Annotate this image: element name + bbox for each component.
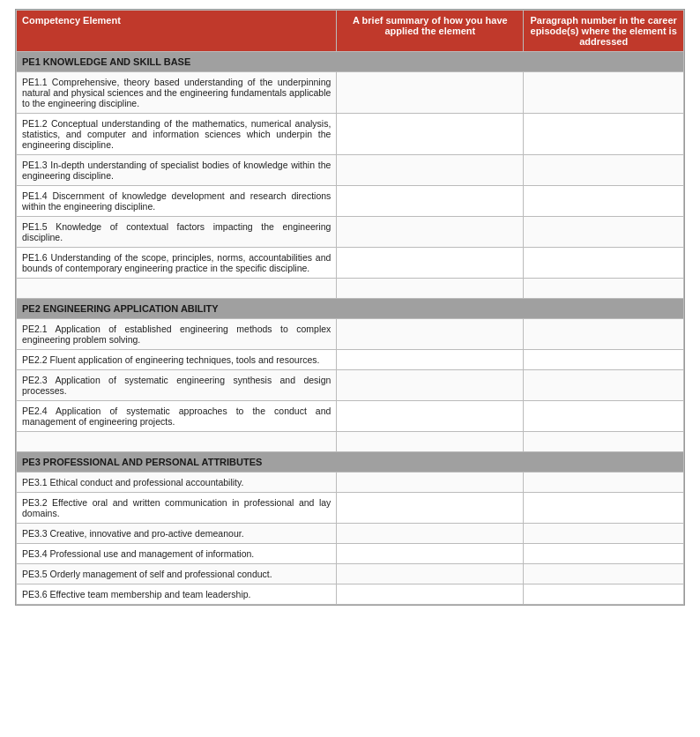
summary-cell bbox=[337, 584, 524, 605]
section-title-3: PE3 PROFESSIONAL AND PERSONAL ATTRIBUTES bbox=[17, 452, 684, 473]
competency-element-cell: PE3.1 Ethical conduct and professional a… bbox=[17, 473, 337, 493]
competency-element-cell: PE3.4 Professional use and management of… bbox=[17, 544, 337, 564]
table-row: PE1.1 Comprehensive, theory based unders… bbox=[17, 72, 684, 114]
competency-element-cell: PE2.3 Application of systematic engineer… bbox=[17, 370, 337, 401]
competency-element-cell: PE2.2 Fluent application of engineering … bbox=[17, 350, 337, 370]
section-header-2: PE2 ENGINEERING APPLICATION ABILITY bbox=[17, 299, 684, 319]
paragraph-number-cell bbox=[524, 473, 684, 493]
table-row: PE1.2 Conceptual understanding of the ma… bbox=[17, 114, 684, 155]
paragraph-number-cell bbox=[524, 350, 684, 370]
table-row: PE1.5 Knowledge of contextual factors im… bbox=[17, 217, 684, 248]
summary-cell bbox=[337, 493, 524, 524]
header-summary: A brief summary of how you have applied … bbox=[337, 11, 524, 52]
table-row: PE3.1 Ethical conduct and professional a… bbox=[17, 473, 684, 493]
table-row: PE3.6 Effective team membership and team… bbox=[17, 584, 684, 605]
paragraph-number-cell bbox=[524, 217, 684, 248]
header-paragraph: Paragraph number in the career episode(s… bbox=[524, 11, 684, 52]
spacer-row bbox=[17, 432, 684, 452]
spacer-row bbox=[17, 279, 684, 299]
table-row: PE1.4 Discernment of knowledge developme… bbox=[17, 186, 684, 217]
table-row: PE2.1 Application of established enginee… bbox=[17, 319, 684, 350]
summary-cell bbox=[337, 350, 524, 370]
paragraph-number-cell bbox=[524, 114, 684, 155]
paragraph-number-cell bbox=[524, 186, 684, 217]
section-title-1: PE1 KNOWLEDGE AND SKILL BASE bbox=[17, 52, 684, 72]
table-row: PE1.3 In-depth understanding of speciali… bbox=[17, 155, 684, 186]
paragraph-number-cell bbox=[524, 524, 684, 544]
competency-element-cell: PE1.2 Conceptual understanding of the ma… bbox=[17, 114, 337, 155]
paragraph-number-cell bbox=[524, 155, 684, 186]
paragraph-number-cell bbox=[524, 319, 684, 350]
table-header-row: Competency Element A brief summary of ho… bbox=[17, 11, 684, 52]
summary-cell bbox=[337, 401, 524, 432]
table-row: PE3.5 Orderly management of self and pro… bbox=[17, 564, 684, 584]
section-title-2: PE2 ENGINEERING APPLICATION ABILITY bbox=[17, 299, 684, 319]
competency-element-cell: PE1.4 Discernment of knowledge developme… bbox=[17, 186, 337, 217]
table-row: PE3.2 Effective oral and written communi… bbox=[17, 493, 684, 524]
summary-cell bbox=[337, 544, 524, 564]
competency-element-cell: PE2.4 Application of systematic approach… bbox=[17, 401, 337, 432]
competency-element-cell: PE3.5 Orderly management of self and pro… bbox=[17, 564, 337, 584]
summary-cell bbox=[337, 564, 524, 584]
competency-element-cell: PE3.2 Effective oral and written communi… bbox=[17, 493, 337, 524]
paragraph-number-cell bbox=[524, 401, 684, 432]
table-row: PE1.6 Understanding of the scope, princi… bbox=[17, 248, 684, 279]
summary-cell bbox=[337, 248, 524, 279]
competency-element-cell: PE1.3 In-depth understanding of speciali… bbox=[17, 155, 337, 186]
section-header-3: PE3 PROFESSIONAL AND PERSONAL ATTRIBUTES bbox=[17, 452, 684, 473]
section-header-1: PE1 KNOWLEDGE AND SKILL BASE bbox=[17, 52, 684, 72]
paragraph-number-cell bbox=[524, 493, 684, 524]
paragraph-number-cell bbox=[524, 544, 684, 564]
table-row: PE2.2 Fluent application of engineering … bbox=[17, 350, 684, 370]
table-row: PE3.3 Creative, innovative and pro-activ… bbox=[17, 524, 684, 544]
competency-element-cell: PE1.6 Understanding of the scope, princi… bbox=[17, 248, 337, 279]
table-row: PE2.4 Application of systematic approach… bbox=[17, 401, 684, 432]
summary-cell bbox=[337, 319, 524, 350]
table-row: PE2.3 Application of systematic engineer… bbox=[17, 370, 684, 401]
summary-cell bbox=[337, 473, 524, 493]
summary-cell bbox=[337, 186, 524, 217]
competency-element-cell: PE1.1 Comprehensive, theory based unders… bbox=[17, 72, 337, 114]
competency-element-cell: PE2.1 Application of established enginee… bbox=[17, 319, 337, 350]
header-competency: Competency Element bbox=[17, 11, 337, 52]
paragraph-number-cell bbox=[524, 564, 684, 584]
summary-cell bbox=[337, 114, 524, 155]
summary-cell bbox=[337, 217, 524, 248]
summary-cell bbox=[337, 370, 524, 401]
paragraph-number-cell bbox=[524, 370, 684, 401]
paragraph-number-cell bbox=[524, 584, 684, 605]
summary-cell bbox=[337, 155, 524, 186]
paragraph-number-cell bbox=[524, 72, 684, 114]
summary-cell bbox=[337, 524, 524, 544]
summary-cell bbox=[337, 72, 524, 114]
paragraph-number-cell bbox=[524, 248, 684, 279]
competency-table: Competency Element A brief summary of ho… bbox=[15, 9, 685, 606]
competency-element-cell: PE3.6 Effective team membership and team… bbox=[17, 584, 337, 605]
competency-element-cell: PE1.5 Knowledge of contextual factors im… bbox=[17, 217, 337, 248]
table-row: PE3.4 Professional use and management of… bbox=[17, 544, 684, 564]
competency-element-cell: PE3.3 Creative, innovative and pro-activ… bbox=[17, 524, 337, 544]
